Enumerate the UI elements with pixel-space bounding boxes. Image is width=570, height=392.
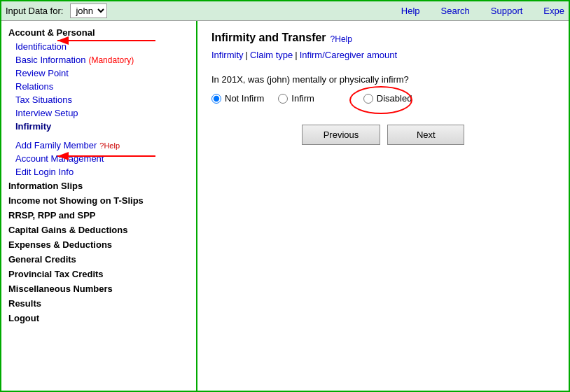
sidebar: Account & Personal Identification Basic …: [1, 21, 197, 392]
question-text: In 201X, was (john) mentally or physical…: [211, 74, 555, 85]
sidebar-section-credits[interactable]: General Credits: [1, 252, 196, 267]
sidebar-item-infirmity[interactable]: Infirmity: [1, 120, 196, 133]
breadcrumb-claim-type[interactable]: Claim type: [250, 50, 293, 60]
sidebar-section-income[interactable]: Income not Showing on T-Slips: [1, 193, 196, 208]
content-area: Infirmity and Transfer ?Help Infirmity |…: [197, 21, 569, 392]
sidebar-section-logout[interactable]: Logout: [1, 311, 196, 326]
sidebar-item-account-management[interactable]: Account Management: [1, 152, 196, 165]
sidebar-section-account[interactable]: Account & Personal: [1, 25, 196, 40]
help-nav-link[interactable]: Help: [401, 6, 420, 16]
sidebar-item-interview-setup[interactable]: Interview Setup: [1, 106, 196, 120]
input-data-label: Input Data for:: [6, 6, 63, 16]
radio-group: Not Infirm Infirm Disabled: [211, 93, 555, 104]
expert-nav-link[interactable]: Expe: [543, 6, 564, 16]
radio-not-infirm-input[interactable]: [211, 94, 221, 104]
breadcrumb-infirmity[interactable]: Infirmity: [211, 50, 244, 60]
sidebar-section-misc[interactable]: Miscellaneous Numbers: [1, 281, 196, 296]
breadcrumb: Infirmity | Claim type | Infirm/Caregive…: [211, 50, 555, 60]
previous-button[interactable]: Previous: [302, 125, 381, 145]
search-nav-link[interactable]: Search: [441, 6, 470, 16]
sidebar-section-rrsp[interactable]: RRSP, RPP and SPP: [1, 208, 196, 223]
breadcrumb-infirm-caregiver[interactable]: Infirm/Caregiver amount: [300, 50, 397, 60]
sidebar-item-review-point[interactable]: Review Point: [1, 66, 196, 80]
next-button[interactable]: Next: [387, 125, 464, 145]
button-row: Previous Next: [211, 125, 555, 145]
support-nav-link[interactable]: Support: [491, 6, 523, 16]
radio-infirm-input[interactable]: [278, 94, 288, 104]
content-help-link[interactable]: ?Help: [331, 34, 352, 44]
top-bar: Input Data for: john Help Search Support…: [1, 1, 569, 21]
sidebar-section-info-slips[interactable]: Information Slips: [1, 178, 196, 193]
radio-not-infirm[interactable]: Not Infirm: [211, 93, 264, 104]
user-select[interactable]: john: [70, 4, 107, 18]
sidebar-item-basic-information[interactable]: Basic Information (Mandatory): [1, 53, 196, 66]
page-title: Infirmity and Transfer: [211, 31, 326, 44]
disabled-option-container: Disabled: [356, 93, 412, 104]
sidebar-divider-1: [1, 133, 196, 139]
sidebar-item-edit-login[interactable]: Edit Login Info: [1, 165, 196, 178]
sidebar-item-relations[interactable]: Relations: [1, 80, 196, 93]
sidebar-section-capital[interactable]: Capital Gains & Deductions: [1, 223, 196, 237]
radio-disabled-input[interactable]: [363, 94, 373, 104]
sidebar-section-expenses[interactable]: Expenses & Deductions: [1, 237, 196, 252]
sidebar-section-provincial[interactable]: Provincial Tax Credits: [1, 267, 196, 281]
radio-disabled[interactable]: Disabled: [363, 93, 412, 104]
top-nav: Help Search Support Expe: [401, 6, 564, 16]
sidebar-item-add-family[interactable]: Add Family Member ?Help: [1, 139, 196, 152]
radio-infirm[interactable]: Infirm: [278, 93, 314, 104]
sidebar-section-results[interactable]: Results: [1, 296, 196, 311]
main-layout: Account & Personal Identification Basic …: [1, 21, 569, 392]
sidebar-item-identification[interactable]: Identification: [1, 40, 196, 53]
sidebar-item-tax-situations[interactable]: Tax Situations: [1, 93, 196, 106]
